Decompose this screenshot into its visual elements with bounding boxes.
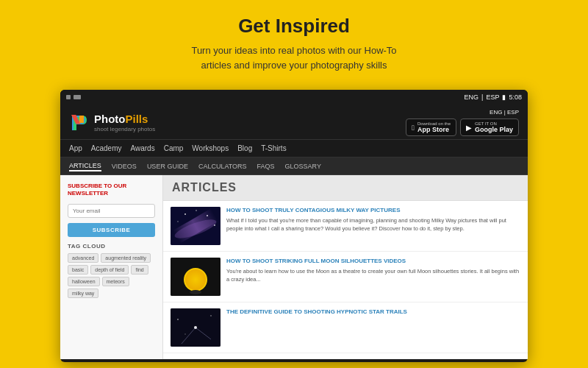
svg-point-6 (177, 221, 178, 222)
svg-point-13 (177, 319, 179, 320)
lang-sep: | (481, 93, 483, 101)
article-text-3: THE DEFINITIVE GUIDE TO SHOOTING HYPNOTI… (226, 308, 520, 347)
article-title-2[interactable]: HOW TO SHOOT STRIKING FULL MOON SILHOUET… (226, 258, 520, 265)
svg-point-4 (196, 210, 197, 211)
headline: Get Inspired (7, 15, 581, 38)
trails-image (171, 308, 220, 347)
article-item: HOW TO SHOOT STRIKING FULL MOON SILHOUET… (163, 252, 528, 302)
article-title-1[interactable]: HOW TO SHOOT TRULY CONTAGIOUS MILKY WAY … (226, 207, 520, 214)
subnav-user-guide[interactable]: USER GUIDE (147, 161, 188, 171)
svg-point-3 (184, 213, 186, 215)
svg-point-5 (207, 215, 208, 216)
nav-item-workshops[interactable]: Workshops (192, 143, 229, 154)
status-left (66, 95, 81, 99)
milkyway-svg (171, 207, 220, 245)
nav-item-tshirts[interactable]: T-Shirts (261, 143, 286, 154)
svg-point-10 (190, 290, 201, 294)
logo-tagline: shoot legendary photos (94, 126, 155, 132)
subnav-calculators[interactable]: CALCULATORS (198, 161, 247, 171)
store-buttons:  Download on the App Store ▶ GET IT ON … (406, 118, 519, 136)
status-bar: ENG | ESP ▮ 5:08 (60, 90, 528, 105)
google-play-icon: ▶ (466, 124, 472, 132)
subnav-videos[interactable]: VIDEOS (112, 161, 137, 171)
logo-area[interactable]: PhotoPills shoot legendary photos (69, 113, 155, 133)
tag-advanced[interactable]: advanced (68, 253, 98, 263)
lang-esp: ESP (486, 93, 499, 101)
article-list: HOW TO SHOOT TRULY CONTAGIOUS MILKY WAY … (163, 201, 528, 358)
article-item: THE DEFINITIVE GUIDE TO SHOOTING HYPNOTI… (163, 302, 528, 353)
svg-point-7 (214, 224, 215, 226)
nav-item-camp[interactable]: Camp (164, 143, 184, 154)
site-header: PhotoPills shoot legendary photos ENG | … (60, 105, 528, 140)
tag-cloud-title: TAG CLOUD (68, 243, 155, 250)
lang-eng: ENG (465, 93, 479, 101)
article-thumbnail-trails (171, 308, 220, 347)
subtext-line2: articles and improve your photography sk… (201, 60, 387, 71)
newsletter-title: SUBSCRIBE TO OUR NEWSLETTER (68, 183, 155, 198)
svg-point-15 (184, 333, 185, 334)
moon-image (171, 258, 220, 296)
google-play-large-label: Google Play (475, 126, 513, 133)
moon-svg (171, 258, 220, 296)
article-thumbnail-moon (171, 258, 220, 296)
tag-cloud: advanced augmented reality basic depth o… (68, 253, 155, 298)
tag-find[interactable]: find (131, 265, 148, 275)
app-store-button[interactable]:  Download on the App Store (406, 118, 456, 136)
logo-photo: Photo (94, 113, 126, 125)
wifi-icon (66, 95, 71, 99)
content-area: SUBSCRIBE TO OUR NEWSLETTER SUBSCRIBE TA… (60, 175, 528, 359)
lang-esp-label: ESP (507, 109, 519, 116)
nav-item-app[interactable]: App (69, 143, 82, 154)
article-title-3[interactable]: THE DEFINITIVE GUIDE TO SHOOTING HYPNOTI… (226, 308, 520, 316)
article-excerpt-1: What if I told you that you're more than… (226, 217, 520, 233)
header-right: ENG | ESP  Download on the App Store ▶ … (406, 109, 519, 136)
subscribe-button[interactable]: SUBSCRIBE (68, 223, 155, 237)
articles-heading: ARTICLES (163, 175, 528, 201)
tag-depth-of-field[interactable]: depth of field (90, 265, 129, 275)
battery-icon: ▮ (502, 93, 506, 101)
apple-icon:  (412, 124, 415, 132)
article-excerpt-2: You're about to learn how to use the Moo… (226, 268, 520, 283)
device-frame: ENG | ESP ▮ 5:08 PhotoPills s (60, 90, 528, 362)
trails-svg (171, 308, 220, 347)
top-section: Get Inspired Turn your ideas into real p… (0, 0, 588, 84)
svg-point-9 (184, 268, 207, 291)
article-thumbnail-milkyway (171, 207, 220, 245)
google-play-button[interactable]: ▶ GET IT ON Google Play (460, 118, 519, 136)
tag-augmented-reality[interactable]: augmented reality (101, 253, 151, 263)
milkyway-image (171, 207, 220, 245)
nav-item-academy[interactable]: Academy (91, 143, 122, 154)
email-input[interactable] (68, 204, 155, 218)
nav-item-blog[interactable]: Blog (237, 143, 252, 154)
sub-nav: ARTICLES VIDEOS USER GUIDE CALCULATORS F… (60, 158, 528, 175)
signal-icon (74, 95, 81, 99)
lang-eng-label: ENG (490, 109, 502, 116)
logo-icon (69, 113, 90, 133)
article-item: HOW TO SHOOT TRULY CONTAGIOUS MILKY WAY … (163, 201, 528, 252)
tag-milky-way[interactable]: milky way (68, 289, 98, 298)
subtext: Turn your ideas into real photos with ou… (7, 43, 581, 72)
subnav-glossary[interactable]: GLOSSARY (285, 161, 321, 171)
logo-text: PhotoPills shoot legendary photos (94, 113, 155, 132)
main-nav: App Academy Awards Camp Workshops Blog T… (60, 140, 528, 158)
subnav-faqs[interactable]: FAQS (257, 161, 275, 171)
logo-pills: Pills (126, 113, 148, 125)
tag-halloween[interactable]: halloween (68, 277, 100, 286)
article-text-2: HOW TO SHOOT STRIKING FULL MOON SILHOUET… (226, 258, 520, 296)
subnav-articles[interactable]: ARTICLES (69, 160, 101, 171)
lang-selector[interactable]: ENG | ESP (490, 109, 519, 116)
svg-point-14 (210, 315, 212, 316)
app-store-large-label: App Store (417, 126, 451, 133)
tag-meteors[interactable]: meteors (102, 277, 129, 286)
main-content: ARTICLES (163, 175, 528, 359)
sidebar: SUBSCRIBE TO OUR NEWSLETTER SUBSCRIBE TA… (60, 175, 163, 359)
status-right: ENG | ESP ▮ 5:08 (465, 93, 522, 101)
subtext-line1: Turn your ideas into real photos with ou… (191, 45, 396, 56)
article-text-1: HOW TO SHOOT TRULY CONTAGIOUS MILKY WAY … (226, 207, 520, 245)
tag-basic[interactable]: basic (68, 265, 88, 275)
time-display: 5:08 (509, 93, 522, 101)
nav-item-awards[interactable]: Awards (130, 143, 154, 154)
